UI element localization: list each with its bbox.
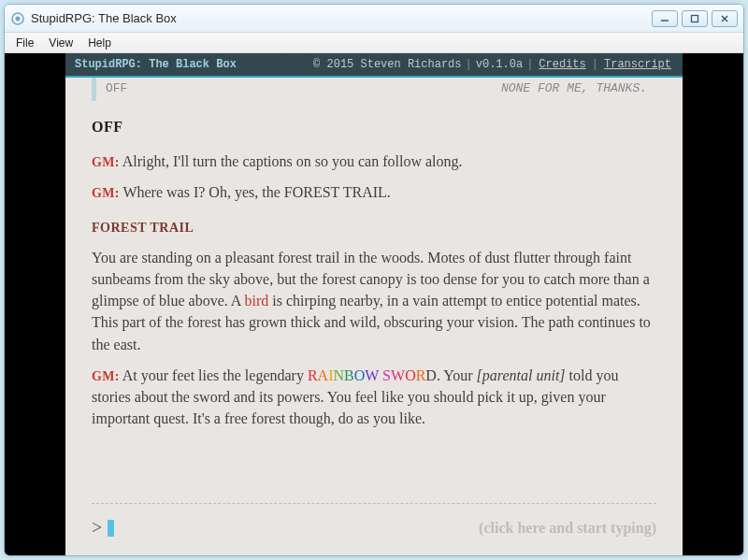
maximize-button[interactable] <box>682 10 708 27</box>
game-page: StupidRPG: The Black Box © 2015 Steven R… <box>65 53 683 555</box>
menu-file[interactable]: File <box>8 35 41 51</box>
window-title: StupidRPG: The Black Box <box>31 11 652 25</box>
gm-label: GM: <box>92 369 120 383</box>
menu-help[interactable]: Help <box>80 35 119 51</box>
menu-bar: File View Help <box>5 33 743 53</box>
close-button[interactable] <box>712 10 738 27</box>
client-area: StupidRPG: The Black Box © 2015 Steven R… <box>5 53 743 555</box>
parental-unit: [parental unit] <box>477 367 566 383</box>
separator: | <box>466 58 472 71</box>
app-window: StupidRPG: The Black Box File View Help … <box>4 4 744 556</box>
gm-line: GM: Where was I? Oh, yes, the FOREST TRA… <box>92 181 656 203</box>
gm-text: Alright, I'll turn the captions on so yo… <box>120 153 463 169</box>
input-hint: (click here and start typing) <box>479 520 656 537</box>
game-title: StupidRPG: The Black Box <box>75 58 313 71</box>
prev-response: NONE FOR ME, THANKS. <box>501 80 647 98</box>
command-echo: OFF <box>92 116 656 137</box>
svg-point-1 <box>16 16 21 21</box>
transcript-link[interactable]: Transcript <box>604 58 671 71</box>
window-controls <box>652 10 738 27</box>
text-cursor <box>108 520 114 537</box>
game-copyright: © 2015 Steven Richards <box>313 58 461 71</box>
app-icon <box>10 11 25 26</box>
command-input-row[interactable]: > (click here and start typing) <box>65 504 683 555</box>
gm-line: GM: Alright, I'll turn the captions on s… <box>92 151 656 172</box>
gm-line: GM: At your feet lies the legendary RAIN… <box>92 365 656 430</box>
separator: | <box>526 58 533 71</box>
keyword-rainbow-sword[interactable]: RAINBOW SWORD <box>308 367 437 383</box>
minimize-button[interactable] <box>652 10 678 27</box>
credits-link[interactable]: Credits <box>539 58 585 71</box>
gm-text: Where was I? Oh, yes, the FOREST TRAIL. <box>120 184 391 200</box>
room-description: You are standing on a pleasant forest tr… <box>92 247 656 355</box>
gm-label: GM: <box>92 155 120 169</box>
location-heading: FOREST TRAIL <box>92 219 656 237</box>
game-transcript[interactable]: OFF NONE FOR ME, THANKS. OFF GM: Alright… <box>65 78 683 486</box>
previous-exchange: OFF NONE FOR ME, THANKS. <box>92 78 656 101</box>
title-bar[interactable]: StupidRPG: The Black Box <box>5 5 743 33</box>
svg-rect-3 <box>692 15 698 22</box>
prompt-symbol: > <box>92 517 102 538</box>
gm-label: GM: <box>92 186 120 200</box>
menu-view[interactable]: View <box>41 35 80 51</box>
game-header: StupidRPG: The Black Box © 2015 Steven R… <box>65 53 683 78</box>
separator: | <box>592 58 598 71</box>
game-version: v0.1.0a <box>476 58 523 71</box>
keyword-bird[interactable]: bird <box>245 293 269 309</box>
prev-command: OFF <box>106 80 127 98</box>
